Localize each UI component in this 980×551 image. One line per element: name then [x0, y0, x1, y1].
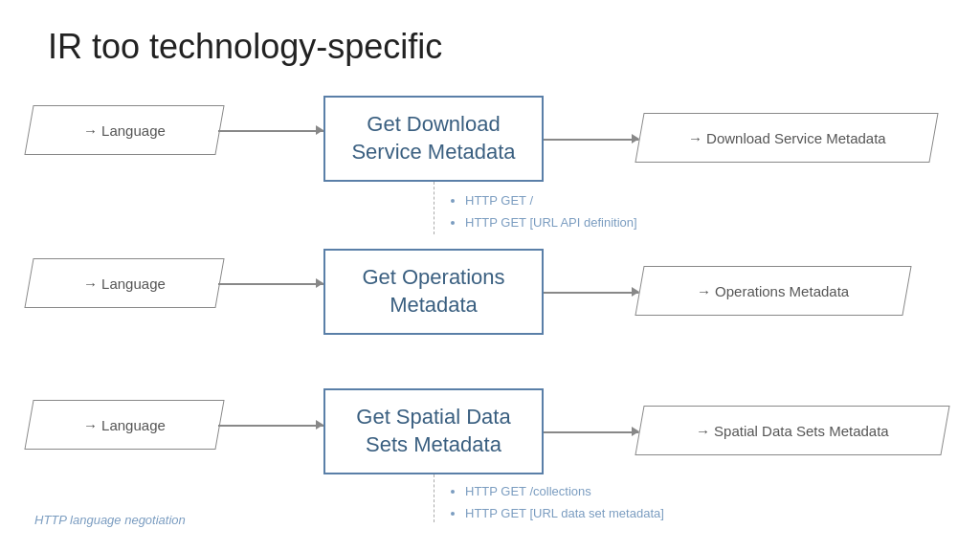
row1-dashed	[434, 182, 434, 234]
row3-action-label: Get Spatial DataSets Metadata	[356, 404, 510, 458]
row2-output-label: → Operations Metadata	[697, 283, 849, 299]
row3-arrowhead1	[316, 420, 323, 430]
row1-input-label: → Language	[83, 122, 166, 139]
row3-input-label: → Language	[83, 417, 166, 433]
row1-output-label: → Download Service Metadata	[688, 130, 886, 146]
row2-input: → Language	[24, 258, 224, 308]
row2-arrow1	[218, 283, 323, 285]
row2-arrowhead1	[316, 278, 323, 288]
row1-arrow2	[544, 139, 639, 141]
row3-bullets: HTTP GET /collections HTTP GET [URL data…	[448, 480, 664, 525]
row3-action: Get Spatial DataSets Metadata	[323, 388, 544, 474]
row1-arrowhead1	[316, 125, 323, 135]
row3-output: → Spatial Data Sets Metadata	[635, 406, 949, 455]
row2-action: Get OperationsMetadata	[323, 249, 544, 335]
bottom-note: HTTP language negotiation	[34, 513, 186, 527]
row1-input: → Language	[24, 105, 224, 155]
row2-arrow2	[544, 292, 639, 294]
row1-arrow1	[218, 130, 323, 132]
row3-arrow2	[544, 431, 639, 433]
row1-bullet1: HTTP GET /	[465, 189, 637, 211]
row1-output: → Download Service Metadata	[635, 113, 938, 163]
row3-input: → Language	[24, 400, 224, 450]
row2-action-label: Get OperationsMetadata	[362, 264, 504, 319]
row2-input-label: → Language	[83, 276, 166, 292]
row3-bullet1: HTTP GET /collections	[465, 480, 664, 502]
page-title: IR too technology-specific	[48, 27, 442, 67]
row1-bullet2: HTTP GET [URL API definition]	[465, 211, 637, 233]
row3-dashed	[434, 474, 434, 522]
row3-output-label: → Spatial Data Sets Metadata	[696, 423, 889, 439]
row1-bullets: HTTP GET / HTTP GET [URL API definition]	[448, 189, 637, 234]
row3-arrow1	[218, 425, 323, 427]
row1-action: Get DownloadService Metadata	[323, 96, 544, 182]
row1-action-label: Get DownloadService Metadata	[351, 111, 515, 165]
row3-bullet2: HTTP GET [URL data set metadata]	[465, 502, 664, 524]
row2-output: → Operations Metadata	[635, 266, 911, 316]
